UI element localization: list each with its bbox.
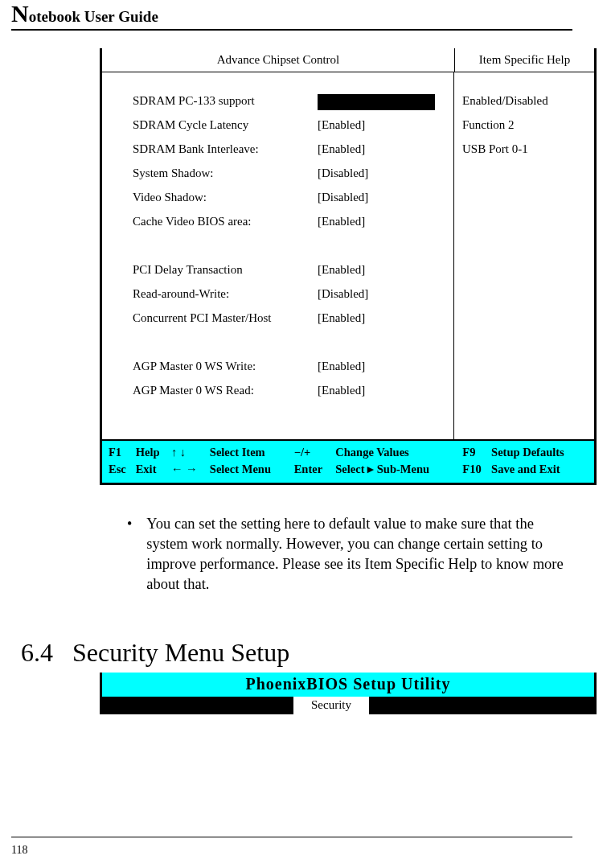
phoenix-menubar[interactable]: Security — [102, 697, 594, 714]
help-line: Function 2 — [462, 113, 594, 137]
bullet-icon: • — [116, 514, 132, 594]
footer-rule — [11, 837, 572, 837]
help-line: USB Port 0-1 — [462, 137, 594, 161]
help-line: Enabled/Disabled — [462, 88, 594, 113]
label-change-values: Change Values — [334, 444, 461, 461]
bios-setting-row[interactable]: AGP Master 0 WS Write: [Enabled] — [133, 354, 453, 378]
bios-setting-label: Read-around-Write: — [133, 282, 318, 306]
bios-setting-label: System Shadow: — [133, 161, 318, 185]
label-save-exit: Save and Exit — [490, 461, 589, 478]
bios-setting-value[interactable]: [Enabled] — [318, 137, 453, 161]
bullet-paragraph: You can set the setting here to default … — [146, 514, 572, 594]
key-left-right: ← → — [170, 461, 208, 478]
bios-setting-value[interactable]: [Enabled] — [318, 257, 453, 282]
footer-row-2: Esc Exit ← → Select Menu Enter Select ▸ … — [107, 461, 589, 478]
bios-settings-column: SDRAM PC-133 support SDRAM Cycle Latency… — [102, 72, 454, 439]
key-f1: F1 — [107, 444, 134, 461]
bios-setting-label: AGP Master 0 WS Read: — [133, 378, 318, 402]
bios-setting-value[interactable]: [Enabled] — [318, 354, 453, 378]
bios-setting-value[interactable]: [Enabled] — [318, 378, 453, 402]
key-f10: F10 — [461, 461, 490, 478]
bios-setting-row[interactable]: Video Shadow: [Disabled] — [133, 185, 453, 209]
bios-setting-label: SDRAM Bank Interleave: — [133, 137, 318, 161]
key-esc: Esc — [107, 461, 134, 478]
running-header: Notebook User Guide — [11, 8, 572, 31]
bios-setting-label: PCI Delay Transaction — [133, 257, 318, 282]
bios-setting-row[interactable]: Concurrent PCI Master/Host [Enabled] — [133, 306, 453, 330]
bios-footer-keys: F1 Help ↑ ↓ Select Item −/+ Change Value… — [102, 439, 594, 483]
bios-setting-row[interactable]: Cache Video BIOS area: [Enabled] — [133, 209, 453, 233]
body-text-block: • You can set the setting here to defaul… — [116, 514, 572, 594]
bios-setting-row[interactable]: PCI Delay Transaction [Enabled] — [133, 257, 453, 282]
bios-header-help: Item Specific Help — [455, 48, 594, 72]
bios-setting-label: Concurrent PCI Master/Host — [133, 306, 318, 330]
bios-setting-value[interactable]: [Enabled] — [318, 113, 453, 137]
bios-setting-value[interactable]: [Disabled] — [318, 282, 453, 306]
bios-setting-label: Video Shadow: — [133, 185, 318, 209]
bios-setting-row[interactable]: AGP Master 0 WS Read: [Enabled] — [133, 378, 453, 402]
key-up-down: ↑ ↓ — [170, 444, 208, 461]
key-plus-minus: −/+ — [293, 444, 334, 461]
bios-setting-row[interactable]: Read-around-Write: [Disabled] — [133, 282, 453, 306]
bios-setting-label: AGP Master 0 WS Write: — [133, 354, 318, 378]
label-exit: Exit — [134, 461, 170, 478]
section-title: Security Menu Setup — [72, 638, 289, 668]
header-initial: N — [11, 0, 29, 27]
header-rest: otebook User Guide — [29, 8, 158, 25]
selected-value-highlight[interactable] — [318, 94, 435, 110]
bios-setting-value[interactable] — [318, 88, 453, 113]
section-heading: 6.4 Security Menu Setup — [21, 638, 572, 668]
bios-setting-label: Cache Video BIOS area: — [133, 209, 318, 233]
label-help: Help — [134, 444, 170, 461]
page-number: 118 — [11, 844, 27, 857]
bios-help-column: Enabled/Disabled Function 2 USB Port 0-1 — [454, 72, 594, 439]
section-number: 6.4 — [21, 638, 53, 668]
bios-setting-label: SDRAM PC-133 support — [133, 88, 318, 113]
phoenix-bios-box: PhoenixBIOS Setup Utility Security — [100, 673, 597, 714]
bios-setting-value[interactable]: [Enabled] — [318, 306, 453, 330]
bios-panel: Advance Chipset Control Item Specific He… — [100, 48, 597, 485]
phoenix-title: PhoenixBIOS Setup Utility — [102, 673, 594, 697]
bios-setting-value[interactable]: [Disabled] — [318, 161, 453, 185]
bios-setting-row[interactable]: SDRAM PC-133 support — [133, 88, 453, 113]
bios-setting-row[interactable]: SDRAM Cycle Latency [Enabled] — [133, 113, 453, 137]
label-select-submenu: Select ▸ Sub-Menu — [334, 461, 461, 478]
tab-security[interactable]: Security — [293, 697, 369, 714]
label-select-menu: Select Menu — [208, 461, 293, 478]
key-enter: Enter — [293, 461, 334, 478]
bios-header: Advance Chipset Control Item Specific He… — [102, 48, 594, 72]
bios-setting-value[interactable]: [Enabled] — [318, 209, 453, 233]
bios-setting-label: SDRAM Cycle Latency — [133, 113, 318, 137]
label-setup-defaults: Setup Defaults — [490, 444, 589, 461]
label-select-item: Select Item — [208, 444, 293, 461]
footer-row-1: F1 Help ↑ ↓ Select Item −/+ Change Value… — [107, 444, 589, 461]
key-f9: F9 — [461, 444, 490, 461]
bios-setting-row[interactable]: SDRAM Bank Interleave: [Enabled] — [133, 137, 453, 161]
bios-header-title: Advance Chipset Control — [102, 48, 455, 72]
bios-setting-value[interactable]: [Disabled] — [318, 185, 453, 209]
bios-setting-row[interactable]: System Shadow: [Disabled] — [133, 161, 453, 185]
